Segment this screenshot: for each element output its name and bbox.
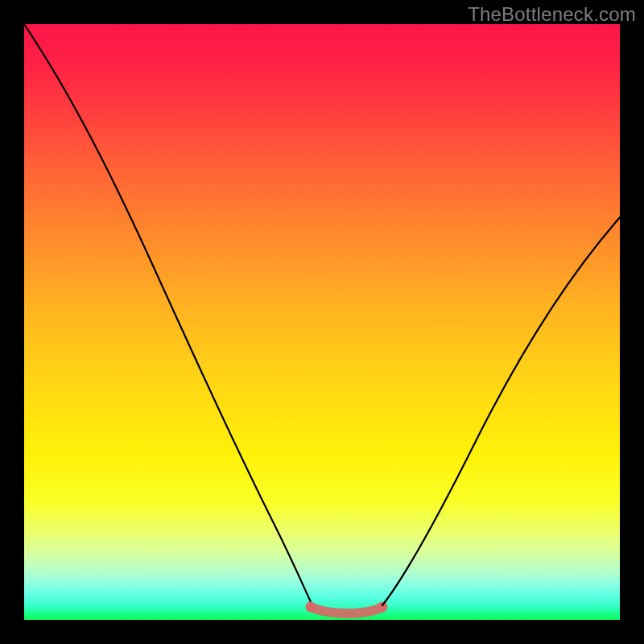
curve-layer: [24, 24, 620, 620]
valley-endpoint-right: [378, 602, 388, 613]
watermark-text: TheBottleneck.com: [468, 3, 636, 26]
right-branch-line: [382, 217, 620, 605]
valley-highlight: [311, 607, 382, 613]
left-branch-line: [24, 24, 312, 605]
valley-endpoint-left: [306, 602, 316, 613]
plot-area: [24, 24, 620, 620]
chart-frame: TheBottleneck.com: [0, 0, 644, 644]
